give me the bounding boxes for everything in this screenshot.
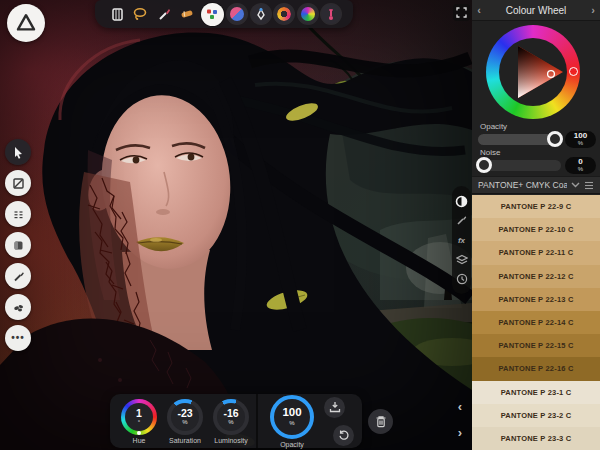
gradient-tool-icon[interactable]: [5, 232, 31, 258]
swatch-list: PANTONE P 22-9 C PANTONE P 22-10 C PANTO…: [472, 195, 600, 450]
top-toolbar: [95, 0, 353, 28]
swatch-row[interactable]: PANTONE P 22-13 C: [472, 288, 600, 311]
selection-refine-tool-icon[interactable]: [5, 201, 31, 227]
overlay-icon[interactable]: [274, 4, 294, 24]
colour-palette-icon[interactable]: [298, 4, 318, 24]
chevron-down-icon: [571, 182, 580, 188]
noise-label: Noise: [480, 148, 500, 157]
brush-tab-icon[interactable]: [454, 213, 469, 228]
noise-value[interactable]: 0 %: [565, 157, 596, 174]
layer-opacity-dial[interactable]: 100 % Opacity: [266, 395, 318, 448]
swatch-set-label: PANTONE+ CMYK Coated: [478, 180, 567, 190]
hue-dial[interactable]: 1 ° Hue: [118, 399, 160, 444]
swatch-label: PANTONE P 22-14 C: [498, 318, 573, 327]
filters-icon[interactable]: [227, 4, 247, 24]
panel-title: Colour Wheel: [486, 5, 586, 16]
colour-panel-header: ‹ Colour Wheel ›: [472, 0, 600, 21]
hue-dial-marker: [137, 431, 141, 435]
colour-tab-icon[interactable]: [454, 194, 469, 209]
fx-tab-icon[interactable]: fx: [454, 233, 469, 248]
swatch-row[interactable]: PANTONE P 22-9 C: [472, 195, 600, 218]
chevron-left-icon[interactable]: ‹: [453, 399, 467, 415]
artwork-portrait: [0, 0, 472, 450]
hsl-adjustment-bar: 1 ° Hue -23 % Saturation: [110, 394, 362, 448]
noise-slider[interactable]: [478, 160, 561, 171]
swatch-label: PANTONE P 22-10 C: [498, 225, 573, 234]
swatch-label: PANTONE P 23-3 C: [501, 434, 572, 443]
luminosity-dial-label: Luminosity: [214, 437, 247, 444]
panel-chevron-right-icon[interactable]: ›: [586, 4, 600, 16]
swatch-label: PANTONE P 22-16 C: [498, 364, 573, 373]
app-window: ••• fx ‹ › ‹ Colour Wheel ›: [0, 0, 600, 450]
saturation-triangle[interactable]: [499, 38, 567, 106]
swatch-row[interactable]: PANTONE P 22-14 C: [472, 311, 600, 334]
hsl-dials: 1 ° Hue -23 % Saturation: [110, 399, 256, 444]
swatch-row[interactable]: PANTONE P 22-16 C: [472, 357, 600, 380]
noise-slider-row: 0 %: [478, 157, 596, 173]
swatch-set-dropdown[interactable]: PANTONE+ CMYK Coated: [472, 176, 600, 194]
reset-icon[interactable]: [333, 425, 354, 446]
swatch-label: PANTONE P 23-2 C: [501, 411, 572, 420]
transform-tool-icon[interactable]: [5, 170, 31, 196]
lasso-icon[interactable]: [130, 4, 150, 24]
swatch-row[interactable]: PANTONE P 22-12 C: [472, 265, 600, 288]
merge-icon[interactable]: [324, 397, 345, 418]
hue-marker[interactable]: [569, 67, 578, 76]
pages-icon[interactable]: [107, 4, 127, 24]
opacity-slider-knob[interactable]: [547, 131, 563, 147]
move-tool-icon[interactable]: [5, 139, 31, 165]
left-toolbar: •••: [5, 139, 31, 351]
opacity-slider-row: 100 %: [478, 131, 596, 147]
saturation-dial-label: Saturation: [169, 437, 201, 444]
eraser-icon[interactable]: [177, 4, 197, 24]
colour-panel: ‹ Colour Wheel ›: [472, 0, 600, 450]
retouch-tool-icon[interactable]: [5, 294, 31, 320]
chevron-right-icon[interactable]: ›: [453, 425, 467, 441]
opacity-slider[interactable]: [478, 134, 561, 145]
swatch-grid-icon[interactable]: [584, 181, 594, 190]
history-tab-icon[interactable]: [454, 272, 469, 287]
opacity-value[interactable]: 100 %: [565, 131, 596, 148]
swatch-row[interactable]: PANTONE P 23-2 C: [472, 404, 600, 427]
luminosity-dial[interactable]: -16 % Luminosity: [210, 399, 252, 444]
swatch-row[interactable]: PANTONE P 23-3 C: [472, 427, 600, 450]
canvas[interactable]: [0, 0, 472, 450]
expand-icon[interactable]: [453, 4, 470, 21]
opacity-label: Opacity: [480, 122, 507, 131]
swatch-label: PANTONE P 22-15 C: [498, 341, 573, 350]
layers-tab-icon[interactable]: [454, 252, 469, 267]
panel-tab-strip: fx: [452, 186, 471, 294]
swatch-label: PANTONE P 23-1 C: [501, 388, 572, 397]
vector-pen-icon[interactable]: [251, 4, 271, 24]
affinity-logo-icon[interactable]: [7, 4, 45, 42]
hue-dial-label: Hue: [133, 437, 146, 444]
paint-brush-icon[interactable]: [154, 4, 174, 24]
adjustment-actions: [324, 397, 354, 446]
swatch-row[interactable]: PANTONE P 22-11 C: [472, 241, 600, 264]
delete-icon[interactable]: [368, 409, 393, 434]
swatch-label: PANTONE P 22-9 C: [501, 202, 572, 211]
layer-opacity-label: Opacity: [280, 441, 304, 448]
swatch-label: PANTONE P 22-12 C: [498, 272, 573, 281]
brush-tool-icon[interactable]: [5, 263, 31, 289]
more-tools-icon[interactable]: •••: [5, 325, 31, 351]
swatch-row[interactable]: PANTONE P 22-10 C: [472, 218, 600, 241]
opacity-section: 100 % Opacity: [258, 395, 399, 448]
saturation-dial[interactable]: -23 % Saturation: [164, 399, 206, 444]
swatch-row[interactable]: PANTONE P 23-1 C: [472, 381, 600, 404]
adjustments-icon[interactable]: [201, 3, 224, 26]
panel-chevron-left-icon[interactable]: ‹: [472, 4, 486, 16]
swatch-label: PANTONE P 22-11 C: [499, 248, 574, 257]
colour-wheel[interactable]: [472, 21, 600, 123]
swatch-row[interactable]: PANTONE P 22-15 C: [472, 334, 600, 357]
noise-slider-knob[interactable]: [476, 157, 492, 173]
swatch-label: PANTONE P 22-13 C: [498, 295, 573, 304]
levels-icon[interactable]: [321, 4, 341, 24]
